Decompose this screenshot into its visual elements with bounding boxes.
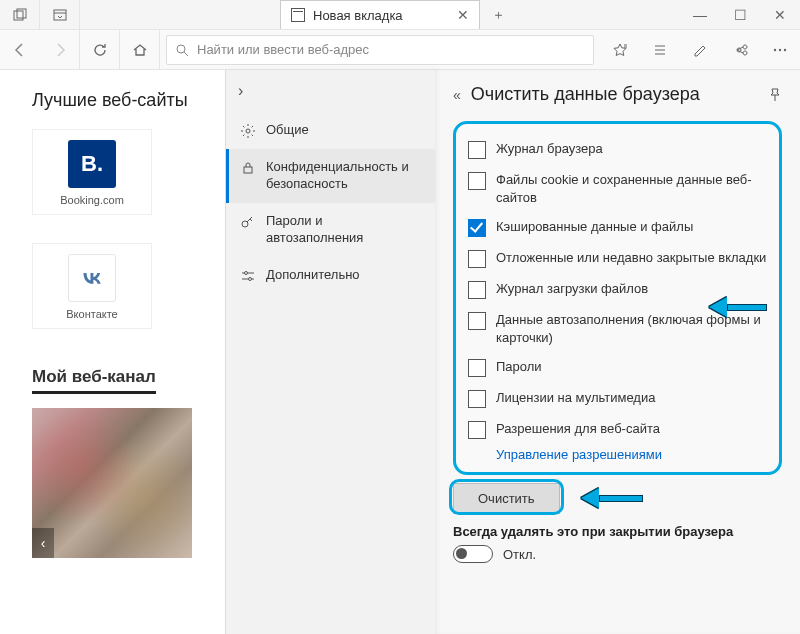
settings-item-label: Конфиденциальность и безопасность — [266, 159, 421, 193]
window-controls: — ☐ ✕ — [680, 0, 800, 30]
checkbox[interactable] — [468, 172, 486, 190]
pin-panel-button[interactable] — [768, 88, 782, 102]
titlebar-left — [0, 0, 80, 29]
settings-item-general[interactable]: Общие — [226, 112, 435, 149]
clear-option-downloads[interactable]: Журнал загрузки файлов — [466, 274, 769, 305]
favorites-button[interactable] — [600, 30, 640, 70]
clear-option-setaside-tabs[interactable]: Отложенные или недавно закрытые вкладки — [466, 243, 769, 274]
more-button[interactable] — [760, 30, 800, 70]
top-site-label: Вконтакте — [33, 308, 151, 320]
svg-line-5 — [184, 52, 188, 56]
checkbox[interactable] — [468, 250, 486, 268]
maximize-button[interactable]: ☐ — [720, 0, 760, 30]
option-label: Файлы cookie и сохраненные данные веб-са… — [496, 171, 767, 206]
svg-point-14 — [246, 129, 250, 133]
settings-item-privacy[interactable]: Конфиденциальность и безопасность — [226, 149, 435, 203]
svg-point-12 — [779, 48, 781, 50]
top-site-vk[interactable]: Вконтакте — [32, 243, 152, 329]
settings-list: Общие Конфиденциальность и безопасность … — [226, 112, 435, 294]
back-button[interactable] — [0, 30, 40, 70]
share-button[interactable] — [720, 30, 760, 70]
new-tab-page: Лучшие веб-сайты B. Booking.com Вконтакт… — [0, 70, 225, 558]
set-aside-tabs-icon[interactable] — [40, 0, 80, 29]
settings-panel: › Общие Конфиденциальность и безопасност… — [225, 70, 435, 634]
gear-icon — [240, 123, 256, 139]
svg-point-20 — [249, 277, 252, 280]
svg-rect-15 — [244, 167, 252, 173]
checkbox[interactable] — [468, 390, 486, 408]
close-window-button[interactable]: ✕ — [760, 0, 800, 30]
settings-item-label: Общие — [266, 122, 309, 139]
svg-point-4 — [177, 45, 185, 53]
manage-permissions-link[interactable]: Управление разрешениями — [466, 445, 769, 464]
settings-item-passwords[interactable]: Пароли и автозаполнения — [226, 203, 435, 257]
new-tab-button[interactable]: ＋ — [480, 0, 516, 29]
browser-tab[interactable]: Новая вкладка ✕ — [280, 0, 480, 29]
annotation-highlight-options: Журнал браузера Файлы cookie и сохраненн… — [453, 121, 782, 475]
option-label: Разрешения для веб-сайта — [496, 420, 660, 438]
option-label: Лицензии на мультимедиа — [496, 389, 655, 407]
option-label: Журнал загрузки файлов — [496, 280, 648, 298]
settings-item-label: Дополнительно — [266, 267, 360, 284]
lock-icon — [240, 160, 256, 176]
close-tab-icon[interactable]: ✕ — [457, 7, 469, 23]
reading-list-button[interactable] — [640, 30, 680, 70]
vk-logo-icon — [68, 254, 116, 302]
collapse-panel-button[interactable]: « — [453, 87, 461, 103]
toolbar-right — [600, 30, 800, 70]
clear-option-autofill[interactable]: Данные автозаполнения (включая формы и к… — [466, 305, 769, 352]
clear-option-cache[interactable]: Кэшированные данные и файлы — [466, 212, 769, 243]
forward-button[interactable] — [40, 30, 80, 70]
clear-button[interactable]: Очистить — [453, 483, 560, 514]
always-clear-label: Всегда удалять это при закрытии браузера — [453, 524, 782, 539]
feed-image[interactable]: ‹ — [32, 408, 192, 558]
checkbox[interactable] — [468, 281, 486, 299]
search-icon — [175, 43, 189, 57]
svg-point-11 — [774, 48, 776, 50]
annotation-arrow-icon — [581, 489, 643, 507]
clear-panel-header: « Очистить данные браузера — [453, 84, 782, 105]
clear-option-site-permissions[interactable]: Разрешения для веб-сайта — [466, 414, 769, 445]
checkbox[interactable] — [468, 312, 486, 330]
option-label: Отложенные или недавно закрытые вкладки — [496, 249, 766, 267]
settings-back-button[interactable]: › — [226, 70, 435, 112]
checkbox[interactable] — [468, 219, 486, 237]
option-label: Данные автозаполнения (включая формы и к… — [496, 311, 767, 346]
clear-option-history[interactable]: Журнал браузера — [466, 134, 769, 165]
always-clear-toggle[interactable] — [453, 545, 493, 563]
svg-point-19 — [245, 271, 248, 274]
tab-page-icon — [291, 8, 305, 22]
home-button[interactable] — [120, 30, 160, 70]
refresh-button[interactable] — [80, 30, 120, 70]
minimize-button[interactable]: — — [680, 0, 720, 30]
clear-button-row: Очистить — [453, 483, 782, 514]
clear-data-panel: « Очистить данные браузера Журнал браузе… — [435, 70, 800, 634]
checkbox[interactable] — [468, 421, 486, 439]
toggle-state-label: Откл. — [503, 547, 536, 562]
checkbox[interactable] — [468, 141, 486, 159]
settings-item-advanced[interactable]: Дополнительно — [226, 257, 435, 294]
top-site-booking[interactable]: B. Booking.com — [32, 129, 152, 215]
booking-logo-icon: B. — [68, 140, 116, 188]
clear-option-passwords[interactable]: Пароли — [466, 352, 769, 383]
feed-prev-icon[interactable]: ‹ — [32, 528, 54, 558]
key-icon — [240, 214, 256, 230]
option-label: Кэшированные данные и файлы — [496, 218, 693, 236]
toolbar: Найти или ввести веб-адрес — [0, 30, 800, 70]
address-bar[interactable]: Найти или ввести веб-адрес — [166, 35, 594, 65]
feed-heading: Мой веб-канал — [32, 367, 156, 394]
top-sites-heading: Лучшие веб-сайты — [32, 90, 225, 111]
option-label: Пароли — [496, 358, 542, 376]
clear-option-cookies[interactable]: Файлы cookie и сохраненные данные веб-са… — [466, 165, 769, 212]
svg-point-13 — [784, 48, 786, 50]
svg-rect-0 — [14, 11, 23, 20]
option-label: Журнал браузера — [496, 140, 603, 158]
always-clear-toggle-row: Откл. — [453, 545, 782, 563]
address-placeholder: Найти или ввести веб-адрес — [197, 42, 369, 57]
notes-button[interactable] — [680, 30, 720, 70]
clear-option-media-licenses[interactable]: Лицензии на мультимедиа — [466, 383, 769, 414]
tab-title: Новая вкладка — [313, 8, 449, 23]
clear-panel-title: Очистить данные браузера — [471, 84, 758, 105]
checkbox[interactable] — [468, 359, 486, 377]
tabs-overview-icon[interactable] — [0, 0, 40, 29]
